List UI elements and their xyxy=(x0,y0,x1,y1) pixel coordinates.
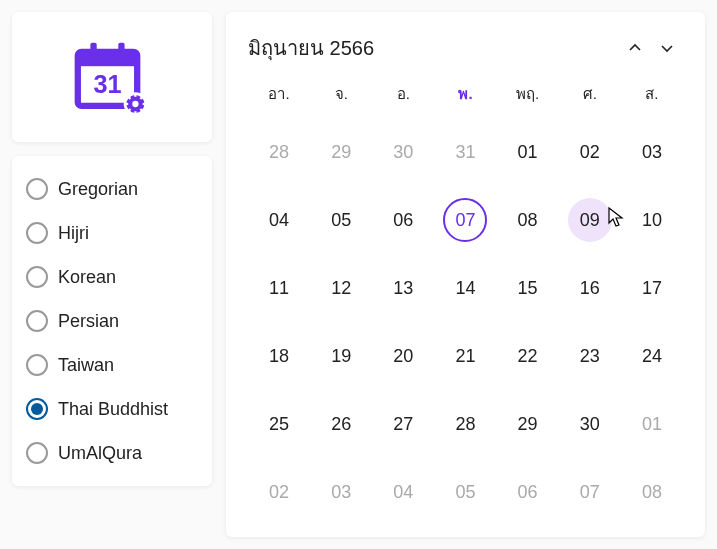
day-cell[interactable]: 08 xyxy=(621,458,683,526)
svg-rect-2 xyxy=(90,43,96,59)
day-number: 14 xyxy=(443,266,487,310)
svg-point-7 xyxy=(132,101,138,107)
day-cell[interactable]: 06 xyxy=(372,186,434,254)
day-cell[interactable]: 05 xyxy=(434,458,496,526)
weekday-row: อา.จ.อ.พ.พฤ.ศ.ส. xyxy=(248,82,683,106)
calendar-type-label: Taiwan xyxy=(58,355,114,376)
day-cell[interactable]: 28 xyxy=(248,118,310,186)
calendar-type-option[interactable]: Thai Buddhist xyxy=(26,390,198,428)
day-cell[interactable]: 01 xyxy=(621,390,683,458)
days-grid: 2829303101020304050607080910111213141516… xyxy=(248,118,683,526)
day-number: 25 xyxy=(257,402,301,446)
chevron-down-icon xyxy=(659,40,675,56)
day-cell[interactable]: 29 xyxy=(310,118,372,186)
calendar-type-label: Korean xyxy=(58,267,116,288)
radio-icon xyxy=(26,178,48,200)
calendar-type-option[interactable]: Gregorian xyxy=(26,170,198,208)
day-cell[interactable]: 09 xyxy=(559,186,621,254)
weekday-cell: ศ. xyxy=(559,82,621,106)
day-number: 10 xyxy=(630,198,674,242)
day-number: 03 xyxy=(319,470,363,514)
weekday-cell: พฤ. xyxy=(497,82,559,106)
day-number: 30 xyxy=(381,130,425,174)
calendar-type-label: Hijri xyxy=(58,223,89,244)
day-number: 18 xyxy=(257,334,301,378)
day-number: 06 xyxy=(381,198,425,242)
day-number: 31 xyxy=(443,130,487,174)
calendar-type-option[interactable]: UmAlQura xyxy=(26,434,198,472)
day-cell[interactable]: 07 xyxy=(434,186,496,254)
day-number: 24 xyxy=(630,334,674,378)
day-cell[interactable]: 02 xyxy=(248,458,310,526)
weekday-cell: ส. xyxy=(621,82,683,106)
radio-icon xyxy=(26,354,48,376)
chevron-up-icon xyxy=(627,40,643,56)
day-cell[interactable]: 01 xyxy=(497,118,559,186)
day-cell[interactable]: 03 xyxy=(621,118,683,186)
day-cell[interactable]: 19 xyxy=(310,322,372,390)
calendar-type-option[interactable]: Persian xyxy=(26,302,198,340)
day-cell[interactable]: 15 xyxy=(497,254,559,322)
day-cell[interactable]: 07 xyxy=(559,458,621,526)
day-cell[interactable]: 04 xyxy=(372,458,434,526)
next-month-button[interactable] xyxy=(651,32,683,64)
calendar-title[interactable]: มิถุนายน 2566 xyxy=(248,32,619,64)
day-cell[interactable]: 13 xyxy=(372,254,434,322)
day-cell[interactable]: 17 xyxy=(621,254,683,322)
day-cell[interactable]: 05 xyxy=(310,186,372,254)
calendar-type-label: Persian xyxy=(58,311,119,332)
day-cell[interactable]: 12 xyxy=(310,254,372,322)
day-number: 26 xyxy=(319,402,363,446)
day-cell[interactable]: 24 xyxy=(621,322,683,390)
day-number: 27 xyxy=(381,402,425,446)
day-number: 13 xyxy=(381,266,425,310)
radio-icon xyxy=(26,222,48,244)
day-cell[interactable]: 30 xyxy=(372,118,434,186)
day-number: 16 xyxy=(568,266,612,310)
day-number: 03 xyxy=(630,130,674,174)
day-number: 15 xyxy=(506,266,550,310)
prev-month-button[interactable] xyxy=(619,32,651,64)
day-cell[interactable]: 26 xyxy=(310,390,372,458)
day-cell[interactable]: 10 xyxy=(621,186,683,254)
day-number: 21 xyxy=(443,334,487,378)
day-cell[interactable]: 21 xyxy=(434,322,496,390)
day-cell[interactable]: 20 xyxy=(372,322,434,390)
calendar-logo-card: 31 xyxy=(12,12,212,142)
day-cell[interactable]: 31 xyxy=(434,118,496,186)
day-number: 04 xyxy=(381,470,425,514)
day-cell[interactable]: 04 xyxy=(248,186,310,254)
calendar-type-list: GregorianHijriKoreanPersianTaiwanThai Bu… xyxy=(12,156,212,486)
day-number: 17 xyxy=(630,266,674,310)
day-cell[interactable]: 06 xyxy=(497,458,559,526)
day-cell[interactable]: 22 xyxy=(497,322,559,390)
day-number: 08 xyxy=(506,198,550,242)
svg-line-13 xyxy=(140,109,142,111)
weekday-cell: พ. xyxy=(434,82,496,106)
day-cell[interactable]: 23 xyxy=(559,322,621,390)
weekday-cell: อา. xyxy=(248,82,310,106)
calendar-logo-icon: 31 xyxy=(67,32,157,122)
day-cell[interactable]: 25 xyxy=(248,390,310,458)
calendar-type-option[interactable]: Korean xyxy=(26,258,198,296)
calendar-type-option[interactable]: Taiwan xyxy=(26,346,198,384)
svg-line-15 xyxy=(140,97,142,99)
day-number: 05 xyxy=(319,198,363,242)
day-cell[interactable]: 03 xyxy=(310,458,372,526)
calendar-type-label: Gregorian xyxy=(58,179,138,200)
day-number: 11 xyxy=(257,266,301,310)
day-cell[interactable]: 29 xyxy=(497,390,559,458)
day-cell[interactable]: 16 xyxy=(559,254,621,322)
day-cell[interactable]: 02 xyxy=(559,118,621,186)
day-cell[interactable]: 08 xyxy=(497,186,559,254)
day-cell[interactable]: 18 xyxy=(248,322,310,390)
day-cell[interactable]: 14 xyxy=(434,254,496,322)
day-number: 02 xyxy=(257,470,301,514)
day-cell[interactable]: 11 xyxy=(248,254,310,322)
day-cell[interactable]: 30 xyxy=(559,390,621,458)
calendar-type-option[interactable]: Hijri xyxy=(26,214,198,252)
day-number: 01 xyxy=(506,130,550,174)
day-number: 07 xyxy=(443,198,487,242)
day-cell[interactable]: 28 xyxy=(434,390,496,458)
day-cell[interactable]: 27 xyxy=(372,390,434,458)
